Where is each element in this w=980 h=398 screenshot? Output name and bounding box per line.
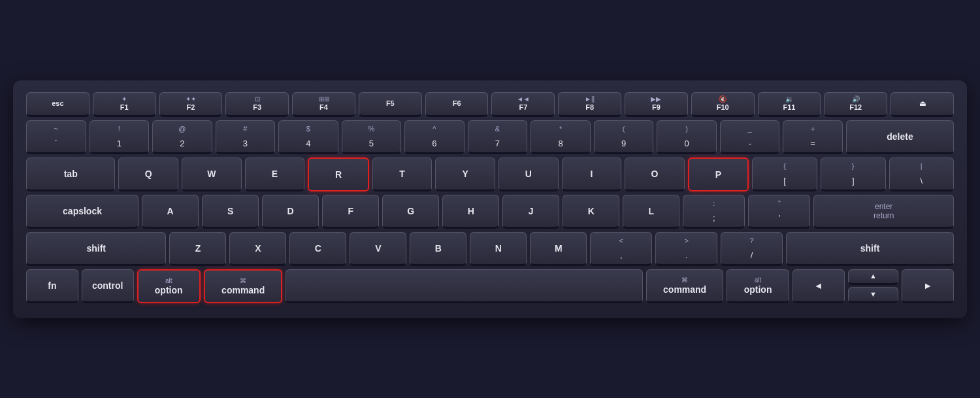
key-option-left[interactable]: alt option xyxy=(137,269,201,303)
key-command-right[interactable]: ⌘ command xyxy=(646,269,724,303)
key-5[interactable]: % 5 xyxy=(342,120,402,154)
key-shift-left[interactable]: shift xyxy=(26,232,166,266)
key-equals[interactable]: + = xyxy=(783,120,843,154)
key-close-bracket[interactable]: } ] xyxy=(821,158,886,191)
fn-row: esc ✦ F1 ✦✦ F2 ⊡ F3 ⊞⊞ F4 F5 F6 ◄◄ F7 ►|… xyxy=(26,92,954,117)
key-tab[interactable]: tab xyxy=(26,158,115,191)
key-r[interactable]: R xyxy=(308,158,369,191)
key-comma[interactable]: < , xyxy=(590,232,652,266)
key-tilde[interactable]: ~ ` xyxy=(26,120,86,154)
key-f12[interactable]: 🔊 F12 xyxy=(824,92,887,117)
key-k[interactable]: K xyxy=(563,195,619,229)
key-space[interactable] xyxy=(286,269,642,303)
key-quote[interactable]: " ' xyxy=(748,195,810,229)
key-7[interactable]: & 7 xyxy=(468,120,528,154)
key-f3[interactable]: ⊡ F3 xyxy=(225,92,289,117)
key-period[interactable]: > . xyxy=(655,232,717,266)
key-z[interactable]: Z xyxy=(169,232,226,266)
key-w[interactable]: W xyxy=(182,158,242,191)
arrow-up-down-container: ▲ ▼ xyxy=(848,269,899,303)
key-n[interactable]: N xyxy=(470,232,527,266)
key-f6[interactable]: F6 xyxy=(425,92,489,117)
key-2[interactable]: @ 2 xyxy=(152,120,212,154)
key-f1[interactable]: ✦ F1 xyxy=(93,92,156,117)
key-4[interactable]: $ 4 xyxy=(278,120,338,154)
key-control[interactable]: control xyxy=(82,269,134,303)
key-option-right[interactable]: alt option xyxy=(727,269,789,303)
key-l[interactable]: L xyxy=(623,195,679,229)
key-i[interactable]: I xyxy=(562,158,622,191)
key-arrow-up[interactable]: ▲ xyxy=(848,269,899,286)
key-6[interactable]: ^ 6 xyxy=(404,120,465,154)
key-f[interactable]: F xyxy=(322,195,379,229)
key-9[interactable]: ( 9 xyxy=(594,120,654,154)
key-j[interactable]: J xyxy=(502,195,559,229)
key-o[interactable]: O xyxy=(625,158,685,191)
key-v[interactable]: V xyxy=(350,232,406,266)
key-d[interactable]: D xyxy=(262,195,319,229)
home-row: capslock A S D F G H J K L : ; xyxy=(26,195,954,229)
key-f10[interactable]: 🔇 F10 xyxy=(691,92,755,117)
key-arrow-right[interactable]: ► xyxy=(902,269,954,303)
key-capslock[interactable]: capslock xyxy=(26,195,139,229)
key-x[interactable]: X xyxy=(229,232,286,266)
keyboard: esc ✦ F1 ✦✦ F2 ⊡ F3 ⊞⊞ F4 F5 F6 ◄◄ F7 ►|… xyxy=(13,80,967,318)
bottom-row: fn control alt option ⌘ command ⌘ comman… xyxy=(26,269,954,303)
key-8[interactable]: * 8 xyxy=(531,120,591,154)
qwerty-row: tab Q W E R T Y U I O P xyxy=(26,158,954,191)
number-row: ~ ` ! 1 @ 2 # 3 $ 4 % 5 ^ 6 & 7 xyxy=(26,120,954,154)
key-u[interactable]: U xyxy=(498,158,559,191)
key-p[interactable]: P xyxy=(688,158,749,191)
key-a[interactable]: A xyxy=(142,195,199,229)
key-m[interactable]: M xyxy=(530,232,587,266)
key-eject[interactable]: ⏏ xyxy=(890,92,954,117)
key-y[interactable]: Y xyxy=(435,158,495,191)
shift-row: shift Z X C V B N M < , > . xyxy=(26,232,954,266)
key-delete[interactable]: delete xyxy=(846,120,954,154)
key-h[interactable]: H xyxy=(442,195,499,229)
key-f11[interactable]: 🔉 F11 xyxy=(758,92,821,117)
key-g[interactable]: G xyxy=(382,195,439,229)
key-q[interactable]: Q xyxy=(118,158,178,191)
key-f7[interactable]: ◄◄ F7 xyxy=(491,92,555,117)
key-command-left[interactable]: ⌘ command xyxy=(204,269,283,303)
key-backslash[interactable]: | \ xyxy=(889,158,955,191)
key-arrow-down[interactable]: ▼ xyxy=(848,287,899,303)
key-minus[interactable]: _ - xyxy=(720,120,780,154)
key-b[interactable]: B xyxy=(410,232,466,266)
key-c[interactable]: C xyxy=(289,232,346,266)
key-f5[interactable]: F5 xyxy=(359,92,422,117)
key-arrow-left[interactable]: ◄ xyxy=(792,269,845,303)
key-1[interactable]: ! 1 xyxy=(90,120,150,154)
key-f2[interactable]: ✦✦ F2 xyxy=(159,92,223,117)
key-s[interactable]: S xyxy=(202,195,259,229)
key-0[interactable]: ) 0 xyxy=(657,120,717,154)
key-shift-right[interactable]: shift xyxy=(786,232,954,266)
key-f8[interactable]: ►|| F8 xyxy=(558,92,621,117)
key-open-bracket[interactable]: { [ xyxy=(752,158,817,191)
key-enter[interactable]: enter return xyxy=(813,195,954,229)
key-slash[interactable]: ? / xyxy=(721,232,783,266)
key-t[interactable]: T xyxy=(372,158,433,191)
key-esc[interactable]: esc xyxy=(26,92,90,117)
key-f9[interactable]: ▶▶ F9 xyxy=(625,92,688,117)
key-e[interactable]: E xyxy=(245,158,305,191)
key-3[interactable]: # 3 xyxy=(216,120,276,154)
key-semicolon[interactable]: : ; xyxy=(683,195,745,229)
key-f4[interactable]: ⊞⊞ F4 xyxy=(292,92,355,117)
key-fn[interactable]: fn xyxy=(26,269,78,303)
